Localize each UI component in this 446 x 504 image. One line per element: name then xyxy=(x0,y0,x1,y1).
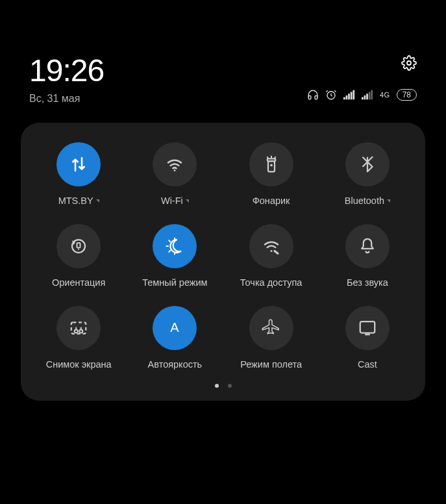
tile-label: Режим полета xyxy=(240,359,302,370)
cast-icon xyxy=(358,318,377,338)
tile-label: Bluetooth xyxy=(345,195,390,206)
bluetooth-icon xyxy=(358,155,377,174)
tile-airplane[interactable]: Режим полета xyxy=(227,306,316,370)
status-bar-icons: 4G 78 xyxy=(307,89,417,101)
tile-button-hotspot[interactable] xyxy=(249,224,293,268)
svg-rect-4 xyxy=(348,94,350,99)
svg-point-0 xyxy=(407,61,411,65)
battery-indicator: 78 xyxy=(397,89,417,101)
mobile-data-icon xyxy=(69,155,88,174)
tile-label: Темный режим xyxy=(142,277,207,288)
auto-brightness-icon xyxy=(165,318,184,338)
svg-rect-2 xyxy=(343,97,345,100)
header-left: 19:26 Вс, 31 мая xyxy=(29,55,104,105)
tile-button-silent[interactable] xyxy=(345,224,390,268)
tile-label-text: Фонарик xyxy=(253,195,290,206)
tile-auto-brightness[interactable]: Автояркость xyxy=(130,306,219,370)
tile-label: Фонарик xyxy=(253,195,290,206)
tile-label: Автояркость xyxy=(148,359,203,370)
tile-label: Cast xyxy=(358,359,377,370)
tile-button-bluetooth[interactable] xyxy=(345,142,390,186)
flashlight-icon xyxy=(262,155,281,174)
tile-label-text: Cast xyxy=(358,359,377,370)
tile-button-orientation[interactable] xyxy=(56,224,101,268)
tile-label: MTS.BY xyxy=(58,195,99,206)
svg-rect-11 xyxy=(371,90,373,99)
notification-header: 19:26 Вс, 31 мая 4G xyxy=(0,0,446,105)
tile-button-airplane[interactable] xyxy=(249,306,293,350)
tile-label-text: Ориентация xyxy=(52,277,105,288)
orientation-icon xyxy=(69,236,88,256)
tile-label: Ориентация xyxy=(52,277,105,288)
svg-rect-10 xyxy=(369,92,371,100)
tiles-grid: MTS.BYWi-FiФонарикBluetoothОриентацияТем… xyxy=(34,142,412,370)
tile-button-wifi[interactable] xyxy=(153,142,197,186)
svg-rect-8 xyxy=(364,95,366,99)
tile-label: Wi-Fi xyxy=(161,195,189,206)
network-type-label: 4G xyxy=(380,91,390,99)
svg-rect-9 xyxy=(366,94,368,99)
tile-label-text: Автояркость xyxy=(148,359,203,370)
settings-button[interactable] xyxy=(401,55,417,73)
chevron-down-icon[interactable] xyxy=(387,199,390,203)
tile-flashlight[interactable]: Фонарик xyxy=(227,142,316,206)
tile-button-flashlight[interactable] xyxy=(249,142,293,186)
tile-button-screenshot[interactable] xyxy=(56,306,101,350)
signal-icon-2 xyxy=(362,89,373,101)
clock-time: 19:26 xyxy=(29,55,104,86)
chevron-down-icon[interactable] xyxy=(186,199,189,203)
chevron-down-icon[interactable] xyxy=(96,199,99,203)
dark-mode-icon xyxy=(165,236,184,256)
tile-label: Без звука xyxy=(347,277,388,288)
tile-silent[interactable]: Без звука xyxy=(323,224,412,288)
quick-settings-panel: MTS.BYWi-FiФонарикBluetoothОриентацияТем… xyxy=(21,123,425,401)
tile-label: Точка доступа xyxy=(240,277,303,288)
tile-dark-mode[interactable]: Темный режим xyxy=(130,224,219,288)
tile-label-text: Режим полета xyxy=(240,359,302,370)
tile-label-text: Темный режим xyxy=(142,277,207,288)
tile-orientation[interactable]: Ориентация xyxy=(34,224,123,288)
alarm-icon xyxy=(325,89,337,101)
tile-label-text: Точка доступа xyxy=(240,277,303,288)
gear-icon xyxy=(401,55,417,71)
header-right: 4G 78 xyxy=(307,55,417,101)
pager-dot[interactable] xyxy=(215,384,219,388)
wifi-icon xyxy=(165,155,184,174)
tile-wifi[interactable]: Wi-Fi xyxy=(130,142,219,206)
hotspot-icon xyxy=(262,236,281,256)
silent-icon xyxy=(358,236,377,256)
battery-level: 78 xyxy=(403,90,411,99)
clock-date: Вс, 31 мая xyxy=(29,93,104,105)
svg-rect-3 xyxy=(346,95,348,99)
tile-label-text: Wi-Fi xyxy=(161,195,183,206)
tile-label-text: Снимок экрана xyxy=(46,359,112,370)
pager-dot[interactable] xyxy=(228,384,232,388)
tile-mobile-data[interactable]: MTS.BY xyxy=(34,142,123,206)
tile-label-text: MTS.BY xyxy=(58,195,93,206)
svg-rect-6 xyxy=(353,90,354,99)
tile-button-auto-brightness[interactable] xyxy=(153,306,197,350)
tile-label: Снимок экрана xyxy=(46,359,112,370)
tile-button-dark-mode[interactable] xyxy=(153,224,197,268)
screenshot-icon xyxy=(69,318,88,338)
page-indicator xyxy=(34,384,412,388)
svg-rect-5 xyxy=(351,92,353,100)
tile-button-cast[interactable] xyxy=(345,306,390,350)
tile-label-text: Без звука xyxy=(347,277,388,288)
tile-bluetooth[interactable]: Bluetooth xyxy=(323,142,412,206)
tile-label-text: Bluetooth xyxy=(345,195,384,206)
tile-hotspot[interactable]: Точка доступа xyxy=(227,224,316,288)
signal-icon-1 xyxy=(343,89,355,101)
airplane-icon xyxy=(262,318,281,338)
svg-rect-7 xyxy=(362,97,364,100)
tile-screenshot[interactable]: Снимок экрана xyxy=(34,306,123,370)
tile-button-mobile-data[interactable] xyxy=(56,142,101,186)
tile-cast[interactable]: Cast xyxy=(323,306,412,370)
headphones-icon xyxy=(307,89,319,101)
